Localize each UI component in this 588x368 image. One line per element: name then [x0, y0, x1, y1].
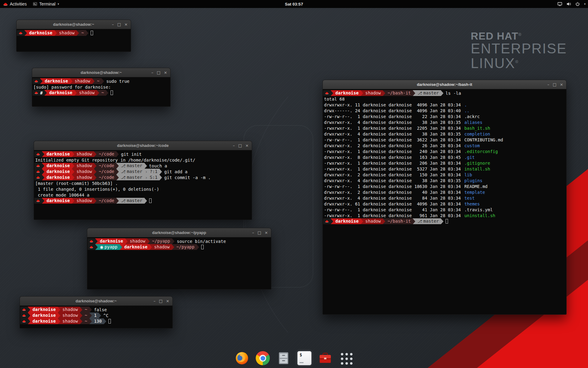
redhat-icon — [34, 199, 42, 202]
dock-item-chrome[interactable] — [255, 350, 271, 366]
prompt-host-segment: shadow — [55, 30, 77, 36]
maximize-button[interactable]: □ — [157, 68, 160, 77]
prompt-user-segment: darknoise — [331, 90, 361, 96]
close-button[interactable]: × — [124, 20, 128, 29]
prompt-host-label: shadow — [77, 90, 97, 96]
activities-button[interactable]: Activities — [0, 0, 30, 8]
window-titlebar[interactable]: darknoise@shadow:~–□× — [17, 20, 131, 29]
window-titlebar[interactable]: darknoise@shadow:~/code–□× — [34, 141, 252, 150]
terminal-line: darknoiseshadow~1^C — [20, 312, 172, 318]
output-text: -rwxrwxr-x. 1 darknoise darknoise 961 Ja… — [323, 213, 463, 218]
prompt-path-segment: ~ — [92, 78, 101, 84]
output-text: create mode 100644 a — [34, 193, 89, 197]
powerline-separator — [94, 163, 96, 169]
prompt-logo-segment — [17, 30, 24, 36]
dock-item-app-grid[interactable] — [338, 350, 354, 366]
file-manager-icon — [277, 351, 291, 365]
powerline-separator — [40, 79, 43, 84]
terminal-line: -rw-rw-r--. 1 darknoise darknoise 41 Jan… — [323, 207, 566, 213]
powerline-separator — [74, 90, 77, 96]
terminal-line: 1 file changed, 0 insertions(+), 0 delet… — [34, 186, 251, 192]
powerline-separator — [89, 319, 92, 324]
minimize-button[interactable]: – — [547, 80, 549, 89]
minimize-button[interactable]: – — [112, 20, 114, 29]
close-button[interactable]: × — [265, 228, 268, 237]
volume-icon[interactable] — [566, 2, 571, 6]
terminal-content[interactable]: darknoiseshadow~ — [17, 29, 131, 52]
terminal-window-sudo: darknoise@shadow:~–□×darknoiseshadow~sud… — [32, 68, 171, 107]
maximize-button[interactable]: □ — [117, 20, 121, 29]
git-branch-icon: ⎇ — [119, 163, 126, 168]
dock-item-terminal[interactable] — [296, 350, 312, 366]
prompt-user-segment: darknoise — [42, 198, 72, 204]
prompt-user-label: darknoise — [44, 169, 72, 174]
minimize-button[interactable]: – — [153, 297, 156, 306]
directory-name: custom — [463, 143, 480, 148]
clock[interactable]: Sat 03:57 — [285, 2, 303, 6]
terminal-line: drwxrwxr-x. 11 darknoise darknoise 4096 … — [323, 102, 566, 108]
powerline-separator — [94, 175, 96, 180]
window-controls: –□× — [252, 228, 271, 237]
terminal-line: drwxrwxr-x. 2 darknoise darknoise 150 Ja… — [323, 172, 566, 178]
prompt-user-segment: darknoise — [28, 318, 58, 324]
prompt-path-label: ~ — [99, 90, 106, 96]
dock-item-toolbox[interactable] — [317, 350, 333, 366]
directory-name: . — [463, 102, 467, 107]
close-button[interactable]: × — [560, 80, 563, 89]
window-titlebar[interactable]: darknoise@shadow:~/pyapp–□× — [87, 228, 271, 237]
minimize-button[interactable]: – — [252, 228, 254, 237]
output-text: drwxrwxr-x. 4 darknoise darknoise 38 Jan… — [323, 132, 463, 136]
maximize-button[interactable]: □ — [238, 141, 242, 150]
close-button[interactable]: × — [166, 297, 169, 306]
display-icon[interactable] — [557, 2, 562, 6]
maximize-button[interactable]: □ — [258, 228, 261, 237]
terminal-line: drwxrwxr-x. 4 darknoise darknoise 84 Jan… — [323, 195, 566, 201]
minimize-button[interactable]: – — [233, 141, 235, 150]
powerline-separator — [145, 198, 147, 204]
powerline-separator — [94, 151, 96, 157]
file-name: README.md — [463, 184, 488, 189]
powerline-separator — [58, 307, 60, 312]
minimize-button[interactable]: – — [151, 68, 153, 77]
dock-item-files[interactable] — [276, 350, 292, 366]
prompt-user-label: darknoise — [44, 163, 72, 169]
terminal-window-exit-codes: darknoise@shadow:~–□×darknoiseshadow~fal… — [20, 296, 173, 328]
directory-name: .git — [463, 155, 475, 160]
powerline-separator — [97, 90, 99, 96]
app-menu-terminal[interactable]: Terminal ▾ — [30, 0, 62, 8]
prompt-host-segment: shadow — [58, 307, 80, 312]
terminal-content[interactable]: darknoiseshadow~falsedarknoiseshadow~1^C… — [20, 306, 172, 328]
maximize-button[interactable]: □ — [553, 80, 556, 89]
powerline-separator — [95, 239, 98, 244]
dock-item-firefox[interactable] — [234, 350, 250, 366]
window-titlebar[interactable]: darknoise@shadow:~/bash-it–□× — [323, 80, 566, 89]
prompt-host-segment: shadow — [361, 90, 383, 96]
close-button[interactable]: × — [245, 141, 249, 150]
terminal-content[interactable]: darknoiseshadow~/pyappsource bin/activat… — [87, 237, 271, 289]
powerline-separator — [72, 163, 74, 169]
output-text: -rw-rw-r--. 1 darknoise darknoise 3622 J… — [323, 137, 463, 142]
window-titlebar[interactable]: darknoise@shadow:~–□× — [20, 297, 172, 306]
maximize-button[interactable]: □ — [159, 297, 163, 306]
terminal-content[interactable]: darknoiseshadow~/codegit initInitialized… — [34, 150, 252, 220]
prompt-user-label: darknoise — [47, 90, 74, 96]
power-icon[interactable] — [575, 2, 580, 6]
prompt-host-segment: shadow — [70, 78, 92, 84]
terminal-content[interactable]: darknoiseshadow~/bash-it⎇masterls -latot… — [323, 89, 566, 314]
prompt-logo-segment — [34, 163, 42, 169]
window-titlebar[interactable]: darknoise@shadow:~–□× — [32, 68, 170, 77]
powerline-separator — [441, 219, 443, 224]
terminal-content[interactable]: darknoiseshadow~sudo true[sudo] password… — [32, 77, 170, 106]
prompt-git-segment: ⎇master — [116, 198, 145, 204]
powerline-separator — [89, 307, 92, 312]
file-name: .travis.yml — [463, 207, 493, 212]
powerline-separator — [106, 90, 108, 96]
prompt-logo-segment — [20, 307, 28, 312]
powerline-separator — [42, 175, 44, 180]
system-status-area[interactable]: ▾ — [557, 0, 586, 8]
close-button[interactable]: × — [164, 68, 167, 77]
powerline-separator — [125, 239, 128, 244]
window-controls: –□× — [151, 68, 170, 77]
window-title: darknoise@shadow:~ — [32, 70, 170, 75]
redhat-icon — [32, 91, 40, 94]
